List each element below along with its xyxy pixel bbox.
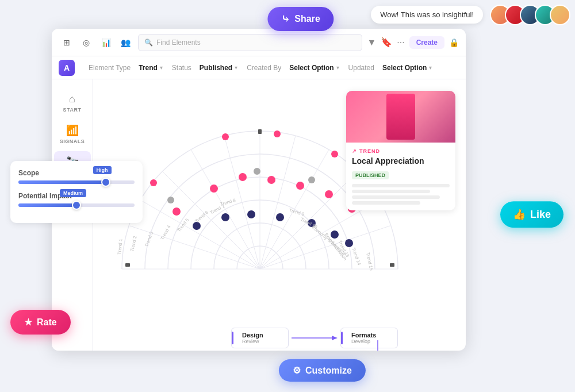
share-label: Share — [294, 14, 320, 24]
svg-text:Trend 5: Trend 5 — [176, 217, 190, 233]
updated-label: Updated — [348, 64, 374, 72]
app-logo: A — [59, 60, 75, 76]
svg-point-28 — [276, 213, 284, 221]
circle-icon[interactable]: ◎ — [78, 34, 94, 51]
share-icon: ⤷ — [281, 13, 290, 25]
svg-text:Trend 15: Trend 15 — [365, 252, 374, 271]
card-type: ↗ TREND — [352, 148, 450, 154]
scope-label: Scope — [18, 169, 135, 177]
scope-track[interactable]: High — [18, 180, 135, 184]
updated-filter[interactable]: Updated Select Option ▾ — [348, 64, 432, 72]
svg-text:Trend 4: Trend 4 — [160, 224, 172, 241]
svg-point-21 — [267, 176, 275, 184]
status-label: Status — [172, 64, 191, 72]
element-type-filter[interactable]: Element Type Trend ▾ — [89, 64, 163, 72]
element-type-label: Element Type — [89, 64, 131, 72]
avatar-group — [490, 5, 570, 25]
node-accent-bar — [341, 332, 343, 344]
svg-line-7 — [191, 149, 260, 269]
chart-icon[interactable]: 📊 — [98, 34, 114, 51]
impact-badge: Medium — [60, 189, 86, 197]
node-accent-bar — [232, 332, 233, 344]
workflow-node-design: Design Review — [231, 328, 289, 348]
sidebar-item-signals[interactable]: 📶 SIGNALS — [54, 120, 91, 149]
bookmark-icon[interactable]: 🔖 — [381, 37, 392, 48]
card-type-label: TREND — [359, 148, 380, 154]
sidebar-item-start[interactable]: ⌂ START — [54, 89, 91, 117]
svg-point-26 — [221, 213, 229, 221]
scope-thumb[interactable]: High — [101, 178, 110, 187]
status-arrow: ▾ — [235, 64, 237, 71]
impact-thumb[interactable]: Medium — [72, 201, 81, 210]
node-title: Formats — [347, 332, 392, 339]
more-icon[interactable]: ··· — [397, 37, 404, 48]
svg-text:Trend 3: Trend 3 — [144, 230, 154, 247]
card-body: ↗ TREND Local Appreciation PUBLISHED — [346, 143, 455, 210]
svg-point-20 — [239, 173, 247, 181]
card-title: Local Appreciation — [352, 156, 450, 166]
svg-text:Trend 14: Trend 14 — [351, 247, 362, 266]
like-icon: 👍 — [513, 208, 526, 221]
status-filter[interactable]: Status Published ▾ — [172, 64, 237, 72]
rate-button[interactable]: ★ Rate — [10, 310, 71, 335]
people-icon[interactable]: 👥 — [117, 34, 133, 51]
toolbar-right: ▼ 🔖 ··· Create 🔒 — [367, 36, 459, 49]
customize-button[interactable]: ⚙ Customize — [279, 359, 366, 382]
workflow-node-formats: Formats Develop — [340, 328, 398, 348]
created-by-label: Created By — [247, 64, 281, 72]
signals-icon: 📶 — [66, 124, 79, 137]
rate-icon: ★ — [24, 317, 32, 328]
card-line-2 — [352, 190, 430, 193]
svg-point-22 — [296, 182, 304, 190]
svg-point-31 — [345, 239, 353, 247]
scope-row: Scope High — [18, 169, 135, 184]
svg-point-23 — [325, 190, 333, 198]
home-icon: ⌂ — [69, 93, 75, 105]
search-bar[interactable]: 🔍 Find Elements — [138, 34, 362, 51]
svg-rect-35 — [258, 129, 262, 134]
scope-panel: Scope High Potential Impact Medium — [10, 161, 143, 223]
trend-arrow-icon: ↗ — [352, 148, 357, 154]
svg-point-32 — [167, 197, 174, 203]
lock-icon: 🔒 — [449, 38, 459, 47]
search-icon: 🔍 — [144, 39, 153, 47]
card-line-4 — [352, 201, 420, 205]
created-by-value: Select Option — [289, 64, 334, 72]
node-sub: Review — [237, 339, 282, 344]
updated-value: Select Option — [382, 64, 427, 72]
speech-bubble: Wow! This was so insightful! — [371, 6, 483, 24]
card-badge: PUBLISHED — [352, 171, 389, 179]
svg-point-13 — [150, 179, 157, 186]
rate-label: Rate — [37, 317, 57, 328]
svg-marker-54 — [332, 336, 338, 340]
created-by-filter[interactable]: Created By Select Option ▾ — [247, 64, 339, 72]
impact-track[interactable]: Medium — [18, 203, 135, 207]
svg-point-16 — [331, 151, 338, 157]
impact-fill — [18, 203, 76, 207]
radar-area: Trend 1 Trend 2 Trend 3 Trend 4 Trend 5 … — [93, 79, 466, 351]
svg-rect-37 — [390, 263, 394, 267]
node-title: Design — [237, 332, 282, 339]
filter-bar: A Element Type Trend ▾ Status Published … — [52, 56, 466, 79]
avatar-5 — [550, 5, 570, 25]
svg-text:Trend 2: Trend 2 — [129, 235, 138, 252]
signals-label: SIGNALS — [60, 139, 85, 144]
share-button[interactable]: ⤷ Share — [267, 7, 334, 31]
like-label: Like — [530, 209, 551, 221]
svg-point-15 — [274, 130, 281, 137]
toolbar-icons: ⊞ ◎ 📊 👥 — [59, 34, 133, 51]
like-button[interactable]: 👍 Like — [500, 201, 564, 228]
customize-label: Customize — [305, 366, 352, 376]
speech-text: Wow! This was so insightful! — [380, 10, 474, 19]
create-button[interactable]: Create — [409, 36, 444, 49]
card-line-3 — [352, 195, 440, 199]
impact-row: Potential Impact Medium — [18, 192, 135, 207]
updated-arrow: ▾ — [429, 64, 432, 71]
filter-icon[interactable]: ▼ — [367, 37, 376, 48]
svg-line-5 — [140, 200, 260, 269]
grid-icon[interactable]: ⊞ — [59, 34, 75, 51]
toolbar: ⊞ ◎ 📊 👥 🔍 Find Elements ▼ 🔖 ··· Create 🔒 — [52, 29, 466, 56]
scope-fill — [18, 180, 106, 184]
svg-point-18 — [172, 207, 181, 216]
customize-icon: ⚙ — [293, 365, 301, 376]
